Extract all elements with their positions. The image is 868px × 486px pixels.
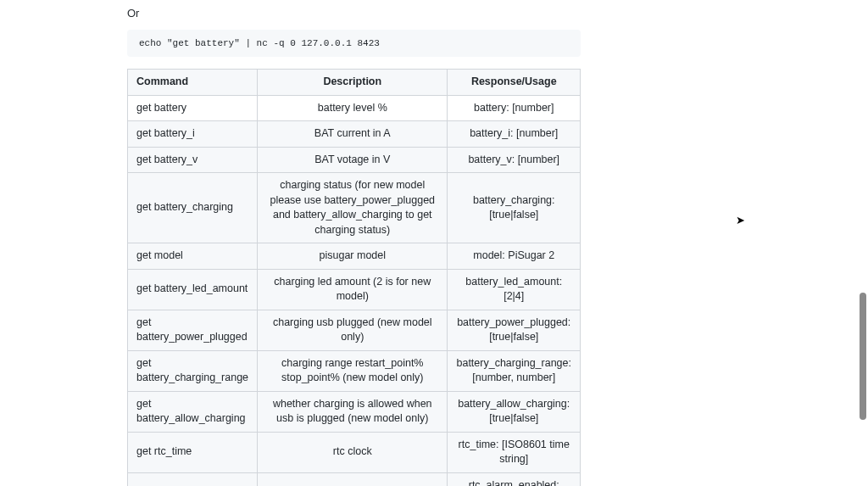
cell-description: charging range restart_point% stop_point…: [258, 350, 448, 391]
cell-description: charging led amount (2 is for new model): [258, 269, 448, 310]
cell-command: get model: [128, 243, 258, 270]
cell-response: battery: [number]: [448, 95, 581, 121]
table-row: get batterybattery level %battery: [numb…: [128, 95, 581, 121]
cell-description: charging status (for new model please us…: [258, 173, 448, 243]
table-row: get battery_chargingcharging status (for…: [128, 173, 581, 243]
cell-command: get rtc_time: [128, 432, 258, 472]
cell-description: BAT current in A: [258, 121, 448, 148]
table-row: get battery_charging_rangecharging range…: [128, 350, 581, 391]
cell-description: whether charging is allowed when usb is …: [258, 391, 448, 432]
scrollbar-track[interactable]: [860, 0, 866, 486]
command-table: Command Description Response/Usage get b…: [127, 69, 581, 486]
cell-response: model: PiSugar 2: [448, 243, 581, 270]
cell-response: battery_charging: [true|false]: [448, 173, 581, 243]
cell-response: battery_power_plugged: [true|false]: [448, 310, 581, 350]
table-row: get rtc_timertc clockrtc_time: [ISO8601 …: [128, 432, 581, 472]
cell-command: get battery_charging_range: [128, 350, 258, 391]
or-label: Or: [127, 7, 581, 20]
cell-response: battery_charging_range: [number, number]: [448, 350, 581, 391]
cell-description: charging usb plugged (new model only): [258, 310, 448, 350]
col-description: Description: [258, 70, 448, 96]
table-row: get battery_iBAT current in Abattery_i: …: [128, 121, 581, 148]
cell-command: get battery_led_amount: [128, 269, 258, 310]
col-command: Command: [128, 70, 258, 96]
cell-response: battery_led_amount: [2|4]: [448, 269, 581, 310]
cell-response: battery_allow_charging: [true|false]: [448, 391, 581, 432]
table-header-row: Command Description Response/Usage: [128, 70, 581, 96]
cell-response: rtc_time: [ISO8601 time string]: [448, 432, 581, 472]
cell-command: get battery_power_plugged: [128, 310, 258, 350]
cell-command: get rtc_alarm_enabled: [128, 472, 258, 486]
table-row: get battery_vBAT votage in Vbattery_v: […: [128, 147, 581, 173]
cell-response: battery_v: [number]: [448, 147, 581, 173]
table-row: get battery_allow_chargingwhether chargi…: [128, 391, 581, 432]
code-block: echo "get battery" | nc -q 0 127.0.0.1 8…: [127, 30, 581, 57]
table-row: get battery_power_pluggedcharging usb pl…: [128, 310, 581, 350]
cell-description: battery level %: [258, 95, 448, 121]
cell-command: get battery_v: [128, 147, 258, 173]
table-row: get modelpisugar modelmodel: PiSugar 2: [128, 243, 581, 270]
cell-command: get battery_i: [128, 121, 258, 148]
cell-description: rtc clock: [258, 432, 448, 472]
cell-command: get battery: [128, 95, 258, 121]
cell-description: rtc wakeup alarm enable: [258, 472, 448, 486]
table-row: get battery_led_amountcharging led amoun…: [128, 269, 581, 310]
cell-description: pisugar model: [258, 243, 448, 270]
scrollbar-thumb[interactable]: [860, 293, 866, 420]
col-response: Response/Usage: [448, 70, 581, 96]
table-row: get rtc_alarm_enabledrtc wakeup alarm en…: [128, 472, 581, 486]
cell-response: battery_i: [number]: [448, 121, 581, 148]
cell-response: rtc_alarm_enabled: [true|false]: [448, 472, 581, 486]
cell-command: get battery_allow_charging: [128, 391, 258, 432]
cell-description: BAT votage in V: [258, 147, 448, 173]
cell-command: get battery_charging: [128, 173, 258, 243]
